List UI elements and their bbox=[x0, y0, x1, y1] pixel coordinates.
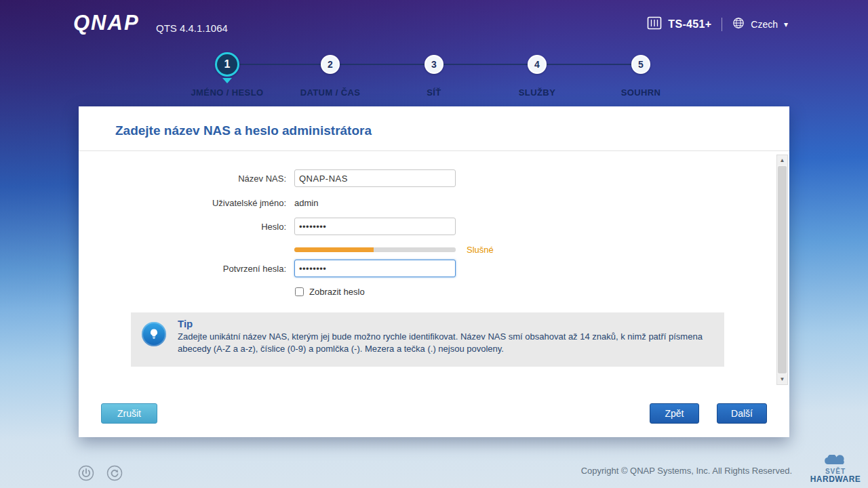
username-label: Uživatelské jméno: bbox=[79, 198, 294, 208]
active-step-pointer-icon bbox=[222, 78, 232, 83]
qnap-logo: QNAP bbox=[73, 11, 140, 35]
password-input[interactable] bbox=[294, 218, 456, 235]
page-title: Zadejte název NAS a heslo administrátora bbox=[115, 123, 372, 138]
confirm-password-label: Potvrzení hesla: bbox=[79, 264, 294, 274]
lightbulb-icon bbox=[142, 322, 166, 346]
step-3-circle: 3 bbox=[425, 55, 443, 74]
nas-device-icon bbox=[647, 16, 662, 33]
step-1-circle: 1 bbox=[215, 52, 239, 77]
step-5-summary: 5 SOUHRN bbox=[631, 52, 650, 74]
strength-fill bbox=[294, 247, 374, 252]
tip-title: Tip bbox=[178, 318, 715, 329]
step-4-label: SLUŽBY bbox=[519, 87, 555, 98]
setup-card: Zadejte název NAS a heslo administrátora… bbox=[79, 106, 789, 437]
scrollbar-thumb[interactable] bbox=[778, 166, 787, 373]
password-strength-meter bbox=[294, 247, 456, 252]
confirm-password-input[interactable] bbox=[294, 260, 456, 277]
wizard-steps: 1 JMÉNO / HESLO 2 DATUM / ČAS 3 SÍŤ 4 SL… bbox=[0, 52, 868, 100]
language-selector[interactable]: Czech bbox=[751, 19, 778, 30]
device-model-label: TS-451+ bbox=[668, 18, 711, 30]
step-2-circle: 2 bbox=[321, 55, 340, 74]
tip-body: Tip Zadejte unikátní název NAS, kterým j… bbox=[178, 318, 715, 356]
power-icon[interactable] bbox=[78, 465, 94, 481]
topbar-right: TS-451+ Czech ▾ bbox=[647, 16, 788, 33]
step-4-circle: 4 bbox=[528, 55, 547, 74]
qts-version-label: QTS 4.4.1.1064 bbox=[156, 22, 228, 34]
nas-name-input[interactable] bbox=[294, 169, 456, 187]
username-value: admin bbox=[294, 198, 318, 208]
cloud-icon bbox=[821, 455, 850, 466]
show-password-label[interactable]: Zobrazit heslo bbox=[309, 287, 365, 297]
chevron-down-icon[interactable]: ▾ bbox=[784, 20, 788, 29]
step-4-services: 4 SLUŽBY bbox=[528, 52, 547, 74]
step-5-label: SOUHRN bbox=[621, 87, 661, 98]
watermark-line-2: HARDWARE bbox=[808, 475, 863, 484]
cancel-button[interactable]: Zrušit bbox=[101, 403, 157, 424]
vertical-scrollbar[interactable]: ▲ ▼ bbox=[776, 155, 788, 385]
copyright-text: Copyright © QNAP Systems, Inc. All Right… bbox=[581, 466, 792, 476]
back-button[interactable]: Zpět bbox=[650, 403, 699, 424]
tip-text: Zadejte unikátní název NAS, kterým jej b… bbox=[178, 331, 715, 356]
password-strength-label: Slušné bbox=[467, 245, 494, 255]
step-5-circle: 5 bbox=[631, 55, 650, 74]
restart-icon[interactable] bbox=[106, 465, 123, 481]
next-button[interactable]: Další bbox=[717, 403, 767, 424]
globe-icon bbox=[732, 17, 745, 32]
step-1-name-password: 1 JMÉNO / HESLO bbox=[215, 52, 239, 83]
scroll-down-button[interactable]: ▼ bbox=[777, 374, 787, 384]
tip-box: Tip Zadejte unikátní název NAS, kterým j… bbox=[131, 312, 724, 367]
topbar-divider bbox=[722, 18, 722, 31]
step-2-date-time: 2 DATUM / ČAS bbox=[321, 52, 340, 74]
nas-name-label: Název NAS: bbox=[79, 174, 294, 184]
step-2-label: DATUM / ČAS bbox=[300, 87, 361, 98]
show-password-checkbox[interactable] bbox=[295, 287, 304, 296]
password-label: Heslo: bbox=[79, 222, 294, 232]
step-3-network: 3 SÍŤ bbox=[425, 52, 443, 74]
step-1-label: JMÉNO / HESLO bbox=[191, 87, 263, 98]
title-divider bbox=[79, 150, 789, 151]
svet-hardware-watermark: SVĚT HARDWARE bbox=[808, 455, 863, 484]
scroll-up-button[interactable]: ▲ bbox=[777, 155, 787, 165]
step-3-label: SÍŤ bbox=[427, 87, 441, 98]
